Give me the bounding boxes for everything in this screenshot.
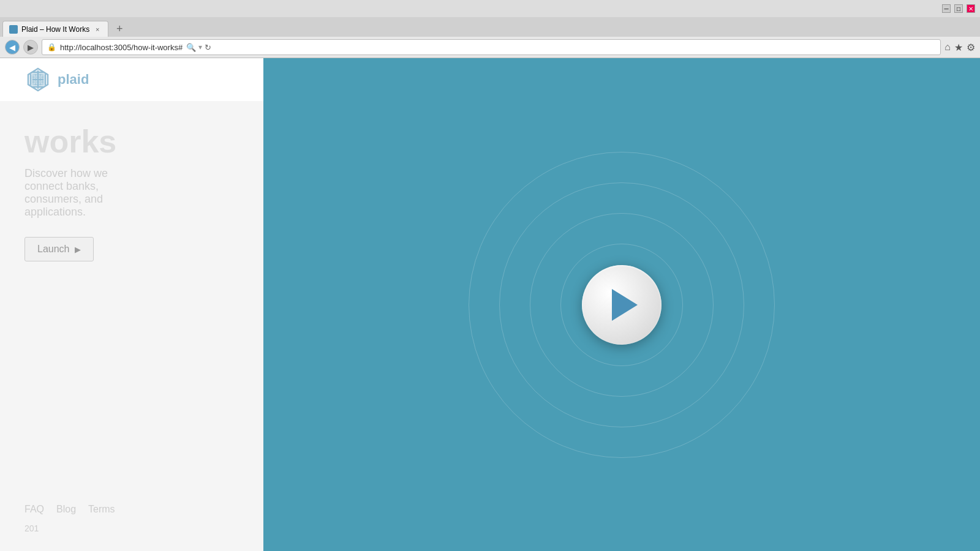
search-icon[interactable]: 🔍 bbox=[186, 43, 196, 52]
close-button[interactable]: ✕ bbox=[967, 4, 975, 13]
url-bar[interactable]: 🔒 http://localhost:3005/how-it-works# 🔍 … bbox=[42, 39, 941, 55]
title-bar: ─ □ ✕ bbox=[0, 0, 980, 17]
launch-label: Launch bbox=[37, 244, 70, 255]
play-icon bbox=[612, 289, 638, 321]
launch-icon: ▶ bbox=[75, 245, 81, 254]
footer-terms[interactable]: Terms bbox=[88, 504, 115, 515]
minimize-button[interactable]: ─ bbox=[942, 4, 951, 13]
security-icon: 🔒 bbox=[47, 43, 56, 51]
footer-links: FAQ Blog Terms bbox=[24, 504, 115, 515]
tab-favicon bbox=[9, 25, 18, 34]
new-tab-button[interactable]: + bbox=[111, 21, 128, 37]
url-actions: 🔍 ▾ ↻ bbox=[186, 43, 211, 52]
page-content: plaid Solutions Products Docs More ▾ Sig… bbox=[0, 58, 980, 551]
logo-area: plaid bbox=[24, 66, 89, 93]
home-icon[interactable]: ⌂ bbox=[944, 42, 951, 53]
video-overlay bbox=[263, 58, 980, 551]
forward-button[interactable]: ▶ bbox=[23, 40, 38, 54]
browser-toolbar: ⌂ ★ ⚙ bbox=[944, 42, 975, 53]
favorites-icon[interactable]: ★ bbox=[954, 42, 963, 53]
plaid-logo-icon bbox=[24, 66, 51, 93]
footer-blog[interactable]: Blog bbox=[56, 504, 76, 515]
footer-year: 201 bbox=[24, 523, 39, 533]
tab-close-button[interactable]: × bbox=[93, 25, 102, 34]
footer-faq[interactable]: FAQ bbox=[24, 504, 44, 515]
address-bar: ◀ ▶ 🔒 http://localhost:3005/how-it-works… bbox=[0, 37, 980, 58]
reload-button[interactable]: ↻ bbox=[205, 43, 211, 52]
launch-button[interactable]: Launch ▶ bbox=[24, 237, 94, 261]
tab-title: Plaid – How It Works bbox=[21, 25, 89, 34]
tab-bar: Plaid – How It Works × + bbox=[0, 17, 980, 37]
url-text: http://localhost:3005/how-it-works# bbox=[60, 43, 183, 52]
url-separator: ▾ bbox=[198, 43, 202, 51]
play-button[interactable] bbox=[582, 265, 662, 345]
hero-subtitle: Discover how we connect banks, consumers… bbox=[24, 167, 233, 219]
logo-text: plaid bbox=[58, 72, 89, 88]
back-button[interactable]: ◀ bbox=[5, 40, 20, 54]
settings-icon[interactable]: ⚙ bbox=[967, 42, 975, 53]
restore-button[interactable]: □ bbox=[954, 4, 963, 13]
browser-chrome: ─ □ ✕ Plaid – How It Works × + ◀ ▶ 🔒 htt… bbox=[0, 0, 980, 58]
browser-tab[interactable]: Plaid – How It Works × bbox=[2, 21, 108, 37]
